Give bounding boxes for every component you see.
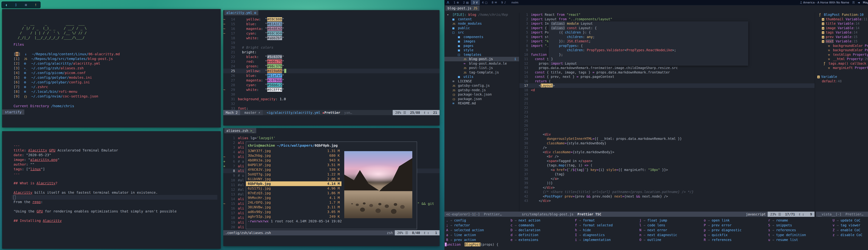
tree-row[interactable]: ■public <box>444 26 519 30</box>
vista-row[interactable]: ⚒backgroundColor Property: <box>816 44 868 48</box>
tree-row[interactable]: ≈blog-post.module.le <box>444 61 519 66</box>
which-key-binding[interactable]: z → disable CoC <box>833 232 863 237</box>
which-key-binding[interactable]: A → selected action <box>446 228 484 232</box>
which-key-binding[interactable]: v → tag viewer <box>833 223 863 228</box>
startify-entry[interactable]: [8] ≡~/.local/bin/rofi-menu <box>13 89 120 94</box>
which-key-binding[interactable]: c → commands <box>510 223 540 228</box>
tree-row[interactable]: ■content <box>444 17 519 22</box>
which-key-binding[interactable]: i → implementation <box>575 237 613 242</box>
file-manager-row[interactable]: 6zS17Sj.jpg4.96 M <box>246 186 341 191</box>
startify-entry[interactable]: [5] ⚙~/.config/polybar/modules.ini <box>13 75 120 80</box>
which-key-binding[interactable]: t → type definition <box>768 232 806 237</box>
startify-entry[interactable]: [3] >_~/.config/zsh/aliases.zsh <box>13 66 120 71</box>
tree-row[interactable]: JSpost-list.js <box>444 66 519 70</box>
which-key-binding[interactable]: f → format selected <box>575 223 613 228</box>
workspace-9[interactable]: 9♪ <box>499 0 508 5</box>
vista-row[interactable]: ximage Variable:14 <box>816 26 868 30</box>
workspace-1[interactable]: 1⊕ <box>452 0 461 5</box>
which-key-binding[interactable]: h → hide <box>575 228 613 232</box>
file-manager-row[interactable]: 4Y6C0JV.jpg539 K <box>246 167 341 172</box>
vista-row[interactable]: xthumbnail Variable:11 <box>816 17 868 22</box>
file-manager-row[interactable]: 9hMxcHr.jpg4.1 M <box>246 195 341 200</box>
vista-row[interactable]: ƒtags.map() callback Functi <box>816 61 868 66</box>
which-key-binding[interactable]: N → next error <box>639 228 677 232</box>
tab-aliases-zsh[interactable]: aliases.zsh >_ <box>224 128 256 133</box>
which-key-binding[interactable]: l → code lens <box>639 223 677 228</box>
workspace-2[interactable]: 2▤ <box>461 0 471 5</box>
which-key-binding[interactable]: R → references <box>704 237 741 242</box>
file-manager-row[interactable]: ad6v90y.jpg3.05 M <box>246 210 341 214</box>
which-key-binding[interactable]: . → config <box>446 218 484 223</box>
tree-row[interactable]: ■images <box>444 39 519 44</box>
vista-row[interactable]: ⚒backgroundColor Property: <box>816 48 868 53</box>
tree-row[interactable]: □src <box>444 30 519 35</box>
which-key-binding[interactable]: S → snippets <box>768 223 806 228</box>
startify-entry[interactable]: [6] ⚙~/.config/polybar/config.ini <box>13 80 120 85</box>
file-manager-row[interactable]: 04PDl3F.jpg3.51 M <box>246 163 341 167</box>
tree-row[interactable]: JSnode_modules <box>444 21 519 26</box>
file-manager-row[interactable]: aghr5Ip.jpg249 K <box>246 214 341 219</box>
startify-entry[interactable]: [9] {}~/.config/nvim/coc-settings.json <box>13 94 120 99</box>
workspace-3[interactable]: 3V <box>471 0 480 5</box>
file-manager-row[interactable]: 5oXQT7g.jpg1.22 M <box>246 172 341 177</box>
tab-alacritty-yml[interactable]: alacritty.yml ⚙ <box>224 10 258 15</box>
vista-row[interactable]: default:48 <box>816 79 868 84</box>
windows-icon[interactable]: ⊞ <box>25 3 27 7</box>
tree-row[interactable]: JSgatsby-node.js <box>444 88 519 92</box>
which-key-binding[interactable]: O → outline <box>639 237 677 242</box>
tree-row[interactable]: ≡README.md <box>444 101 519 106</box>
which-key-binding[interactable]: B → prev action <box>446 237 484 242</box>
which-key-binding[interactable]: r → rename <box>768 218 806 223</box>
which-key-binding[interactable]: P → prev error <box>704 223 741 228</box>
wifi-icon[interactable]: ☴ <box>851 1 856 4</box>
vista-row[interactable] <box>816 70 868 75</box>
tree-row[interactable]: JSblog-post.jsi <box>444 57 519 61</box>
which-key-binding[interactable]: U → update CoC <box>833 218 863 223</box>
tree-row[interactable]: {}package.json <box>444 97 519 101</box>
tree-row[interactable]: JStag-template.js <box>444 70 519 75</box>
startify-entry[interactable]: [4] ⚙~/.config/picom/picom.conf <box>13 71 120 75</box>
bluetooth-icon[interactable]: ᛒ <box>15 3 17 7</box>
vista-row[interactable]: xtitle Variable:14 <box>816 21 868 26</box>
vista-row[interactable]: ⚒marginLeft Property:36 <box>816 66 868 70</box>
startify-entry[interactable]: [1] JS~/Repos/blog/src/templates/blog-po… <box>13 56 120 61</box>
vista-row[interactable]: xnext Variable:15 <box>816 39 868 44</box>
tree-row[interactable]: ■utils <box>444 75 519 79</box>
which-key-binding[interactable]: D → declaration <box>510 228 540 232</box>
which-key-binding[interactable]: d → definition <box>510 232 540 237</box>
vista-row[interactable]: xprev Variable:15 <box>816 35 868 39</box>
file-manager-row[interactable]: 3UwJhbg.jpg680 K <box>246 153 341 158</box>
tab-blog-post-js[interactable]: blog-post.js JS <box>445 5 479 11</box>
vista-row[interactable]: xVariable <box>816 75 868 79</box>
file-manager-row[interactable]: 24LrDFQ.jpg1.7 M <box>246 200 341 205</box>
tree-row[interactable]: ▾[FILE]: blog /home/chris/Rep <box>444 12 519 17</box>
volume-icon[interactable]: ◄ <box>856 1 861 4</box>
which-key-binding[interactable]: Z → enable CoC <box>833 228 863 232</box>
file-manager-row[interactable]: 07nEzQ3.jpg1.86 M <box>246 191 341 195</box>
tree-row[interactable]: ■pages <box>444 44 519 48</box>
workspace-8[interactable]: 8✉ <box>490 0 499 5</box>
which-key-binding[interactable]: I → diagnostics <box>575 232 613 237</box>
vista-row[interactable]: ƒBlogPost Function:10 <box>816 12 868 17</box>
file-manager-row[interactable]: 6iibVNY.jpg2.06 M <box>246 177 341 182</box>
which-key-binding[interactable]: F → format <box>575 218 613 223</box>
file-manager-row[interactable]: 6QbF0pb.jpg4.14 M <box>246 182 341 186</box>
vista-row[interactable]: ⚒__html Property:29 <box>816 57 868 61</box>
startify-entry[interactable]: [0] ↓~/Repos/blog/content/Linux/06-alacr… <box>13 52 120 56</box>
which-key-binding[interactable]: j → float jump <box>639 218 677 223</box>
which-key-binding[interactable]: e → extensions <box>510 237 540 242</box>
which-key-binding[interactable]: o → open link <box>704 218 741 223</box>
tree-row[interactable]: ≡LICENSE <box>444 79 519 84</box>
which-key-binding[interactable]: u → resume list <box>768 237 806 242</box>
which-key-binding[interactable]: p → prev diagnostic <box>704 228 741 232</box>
tree-row[interactable]: □templates <box>444 53 519 57</box>
vista-row[interactable]: ⚒textAlign Property:25 <box>816 53 868 57</box>
vista-row[interactable]: xtags Variable:14 <box>816 30 868 35</box>
which-key-binding[interactable]: ; → refactor <box>446 223 484 228</box>
tree-row[interactable]: ■components <box>444 35 519 39</box>
file-manager-row[interactable]: 4bORVJa.jpg943 K <box>246 158 341 163</box>
launcher-icon[interactable]: ◖ <box>5 3 7 7</box>
alert-icon[interactable]: ! <box>35 3 37 7</box>
which-key-binding[interactable]: b → next action <box>510 218 540 223</box>
startify-entry[interactable]: [7] ⚙~/.zshrc <box>13 85 120 89</box>
